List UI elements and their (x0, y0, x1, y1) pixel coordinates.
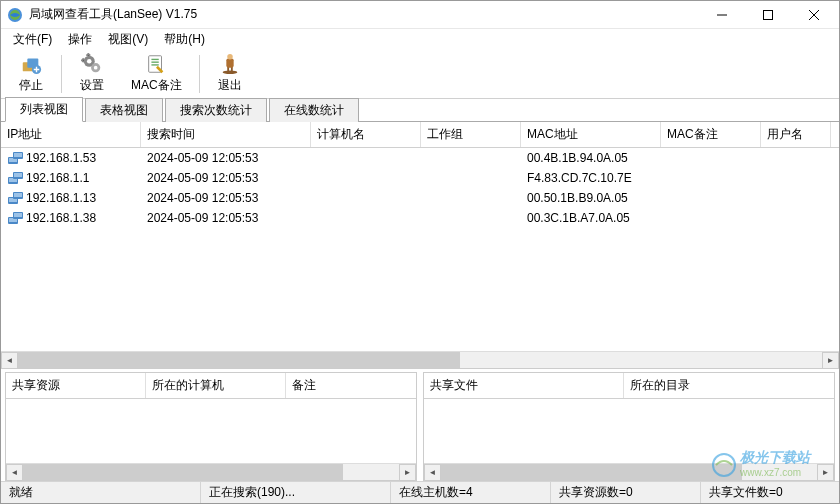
col-computer-location[interactable]: 所在的计算机 (146, 373, 286, 398)
col-ip[interactable]: IP地址 (1, 122, 141, 147)
bottom-panels: 共享资源 所在的计算机 备注 ◄ ► 共享文件 所在的目录 ◄ ► (1, 369, 839, 481)
col-computer-name[interactable]: 计算机名 (311, 122, 421, 147)
cell-mac: 00.4B.1B.94.0A.05 (521, 149, 661, 167)
maximize-button[interactable] (745, 2, 791, 28)
col-share-file[interactable]: 共享文件 (424, 373, 624, 398)
cell-username (761, 176, 831, 180)
mac-remark-button[interactable]: MAC备注 (118, 48, 195, 99)
horizontal-scrollbar[interactable]: ◄ ► (424, 463, 834, 480)
cell-computer-name (311, 156, 421, 160)
cell-time: 2024-05-09 12:05:53 (141, 209, 311, 227)
col-remark[interactable]: 备注 (286, 373, 416, 398)
svg-rect-33 (14, 193, 22, 197)
stop-label: 停止 (19, 77, 43, 94)
window-controls (699, 2, 837, 28)
status-searching: 正在搜索(190)... (201, 482, 391, 503)
col-workgroup[interactable]: 工作组 (421, 122, 521, 147)
menubar: 文件(F) 操作 视图(V) 帮助(H) (1, 29, 839, 49)
cell-username (761, 196, 831, 200)
cell-workgroup (421, 196, 521, 200)
table-row[interactable]: 192.168.1.132024-05-09 12:05:5300.50.1B.… (1, 188, 839, 208)
share-resource-panel: 共享资源 所在的计算机 备注 ◄ ► (5, 372, 417, 481)
close-button[interactable] (791, 2, 837, 28)
svg-rect-20 (226, 59, 233, 68)
col-mac-remark[interactable]: MAC备注 (661, 122, 761, 147)
cell-mac: 00.3C.1B.A7.0A.05 (521, 209, 661, 227)
col-mac[interactable]: MAC地址 (521, 122, 661, 147)
scroll-thumb[interactable] (23, 464, 343, 481)
svg-rect-3 (764, 10, 773, 19)
scroll-track[interactable] (23, 464, 399, 481)
svg-rect-25 (14, 153, 22, 157)
tab-online-count[interactable]: 在线数统计 (269, 98, 359, 122)
scroll-thumb[interactable] (18, 352, 460, 369)
statusbar: 就绪 正在搜索(190)... 在线主机数=4 共享资源数=0 共享文件数=0 (1, 481, 839, 503)
app-icon (7, 7, 23, 23)
menu-operate[interactable]: 操作 (60, 29, 100, 50)
scroll-left-button[interactable]: ◄ (424, 464, 441, 481)
settings-button[interactable]: 设置 (66, 48, 118, 99)
svg-rect-37 (14, 213, 22, 217)
table-row[interactable]: 192.168.1.12024-05-09 12:05:53F4.83.CD.7… (1, 168, 839, 188)
exit-button[interactable]: 退出 (204, 48, 256, 99)
scroll-left-button[interactable]: ◄ (1, 352, 18, 369)
scroll-right-button[interactable]: ► (817, 464, 834, 481)
svg-point-12 (94, 66, 98, 70)
status-share-files: 共享文件数=0 (701, 482, 839, 503)
cell-mac-remark (661, 176, 761, 180)
scroll-track[interactable] (441, 464, 817, 481)
horizontal-scrollbar[interactable]: ◄ ► (6, 463, 416, 480)
cell-workgroup (421, 216, 521, 220)
toolbar: 停止 设置 MAC备注 退出 (1, 49, 839, 99)
cell-ip: 192.168.1.1 (1, 169, 141, 187)
minimize-button[interactable] (699, 2, 745, 28)
tab-list-view[interactable]: 列表视图 (5, 97, 83, 122)
cell-mac-remark (661, 156, 761, 160)
status-ready: 就绪 (1, 482, 201, 503)
horizontal-scrollbar[interactable]: ◄ ► (1, 351, 839, 368)
table-body[interactable]: 192.168.1.532024-05-09 12:05:5300.4B.1B.… (1, 148, 839, 351)
separator (199, 55, 200, 93)
col-share-resource[interactable]: 共享资源 (6, 373, 146, 398)
cell-username (761, 216, 831, 220)
cell-computer-name (311, 216, 421, 220)
cell-ip: 192.168.1.53 (1, 149, 141, 167)
cell-computer-name (311, 176, 421, 180)
cell-mac: F4.83.CD.7C.10.7E (521, 169, 661, 187)
tab-search-count[interactable]: 搜索次数统计 (165, 98, 267, 122)
svg-point-10 (87, 59, 92, 64)
cell-mac-remark (661, 196, 761, 200)
cell-username (761, 156, 831, 160)
scroll-track[interactable] (18, 352, 822, 369)
status-online-hosts: 在线主机数=4 (391, 482, 551, 503)
stop-button[interactable]: 停止 (5, 48, 57, 99)
cell-ip: 192.168.1.13 (1, 189, 141, 207)
menu-help[interactable]: 帮助(H) (156, 29, 213, 50)
panel-header: 共享资源 所在的计算机 备注 (6, 373, 416, 399)
menu-file[interactable]: 文件(F) (5, 29, 60, 50)
panel-body[interactable] (6, 399, 416, 463)
scroll-right-button[interactable]: ► (399, 464, 416, 481)
scroll-left-button[interactable]: ◄ (6, 464, 23, 481)
menu-view[interactable]: 视图(V) (100, 29, 156, 50)
gear-icon (81, 53, 103, 75)
panel-header: 共享文件 所在的目录 (424, 373, 834, 399)
table-row[interactable]: 192.168.1.382024-05-09 12:05:5300.3C.1B.… (1, 208, 839, 228)
settings-label: 设置 (80, 77, 104, 94)
stop-icon (20, 53, 42, 75)
cell-ip: 192.168.1.38 (1, 209, 141, 227)
col-directory[interactable]: 所在的目录 (624, 373, 834, 398)
panel-body[interactable] (424, 399, 834, 463)
exit-icon (219, 53, 241, 75)
scroll-thumb[interactable] (441, 464, 742, 481)
window-title: 局域网查看工具(LanSee) V1.75 (29, 6, 699, 23)
table-row[interactable]: 192.168.1.532024-05-09 12:05:5300.4B.1B.… (1, 148, 839, 168)
separator (61, 55, 62, 93)
tab-table-view[interactable]: 表格视图 (85, 98, 163, 122)
col-username[interactable]: 用户名 (761, 122, 831, 147)
scroll-right-button[interactable]: ► (822, 352, 839, 369)
col-search-time[interactable]: 搜索时间 (141, 122, 311, 147)
cell-mac: 00.50.1B.B9.0A.05 (521, 189, 661, 207)
status-share-res: 共享资源数=0 (551, 482, 701, 503)
cell-workgroup (421, 156, 521, 160)
